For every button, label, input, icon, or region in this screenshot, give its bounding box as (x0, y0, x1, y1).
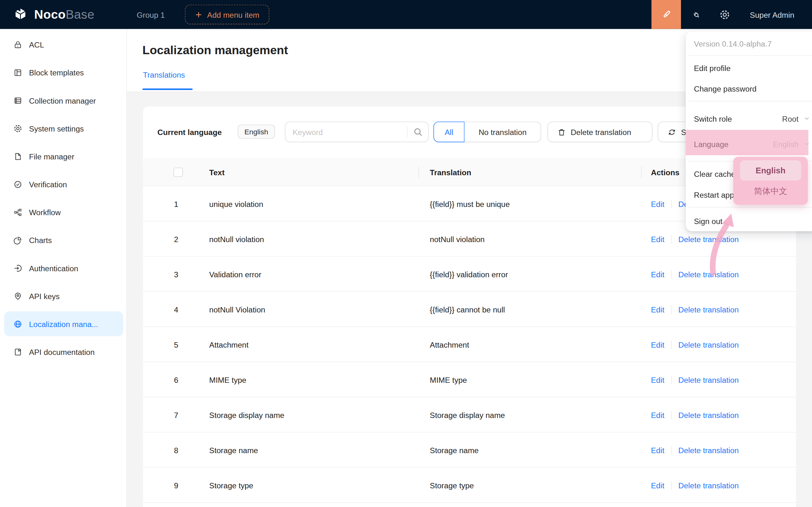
tab-translations[interactable]: Translations (143, 70, 185, 79)
plus-icon (195, 10, 202, 18)
sidebar-item-charts[interactable]: Charts (4, 228, 123, 252)
cell-translation: Attachment (430, 327, 469, 362)
menu-divider (689, 101, 812, 101)
delete-translation-link[interactable]: Delete translation (678, 270, 739, 279)
translation-filter-group: All No translation (434, 122, 542, 142)
cell-translation: Storage type (430, 468, 474, 503)
table-row: 8 Storage name Storage name EditDelete t… (143, 433, 796, 468)
menu-item-group1[interactable]: Group 1 (137, 0, 165, 29)
edit-link[interactable]: Edit (651, 305, 664, 314)
sidebar-item-localization-management[interactable]: Localization mana... (4, 312, 123, 336)
lock-icon (13, 40, 22, 49)
action-divider (671, 270, 672, 279)
header-separator (641, 167, 642, 178)
delete-translation-link[interactable]: Delete translation (678, 481, 739, 490)
cell-translation: Storage name (430, 433, 478, 468)
current-language-tag: English (238, 124, 275, 138)
brand-text: NocoBase (34, 7, 95, 22)
switch-role-value[interactable]: Root (782, 114, 799, 123)
edit-link[interactable]: Edit (651, 270, 664, 279)
edit-link[interactable]: Edit (651, 340, 664, 349)
pie-chart-icon (13, 236, 22, 245)
sidebar-item-authentication[interactable]: Authentication (4, 256, 123, 280)
delete-translation-link[interactable]: Delete translation (678, 375, 739, 384)
add-menu-item-button[interactable]: Add menu item (185, 5, 269, 24)
row-index: 3 (174, 257, 179, 292)
delete-translation-link[interactable]: Delete translation (678, 305, 739, 314)
cell-translation: {{field}} must be unique (430, 186, 510, 222)
system-settings-button[interactable] (716, 0, 733, 29)
action-divider (671, 446, 672, 455)
table-row: 6 MIME type MIME type EditDelete transla… (143, 362, 796, 397)
cell-translation: MIME type (430, 362, 467, 397)
plugin-manager-button[interactable] (687, 0, 705, 29)
sidebar-item-collection-manager[interactable]: Collection manager (4, 88, 123, 113)
submenu-option-simplified-chinese[interactable]: 简体中文 (740, 181, 801, 201)
edit-link[interactable]: Edit (651, 481, 664, 490)
user-menu-trigger[interactable]: Super Admin (750, 0, 794, 29)
cell-text: Storage display name (209, 397, 285, 433)
column-header-translation: Translation (430, 158, 471, 186)
ui-editor-button[interactable] (652, 0, 681, 29)
delete-translation-link[interactable]: Delete translation (678, 411, 739, 419)
sidebar-item-acl[interactable]: ACL (4, 32, 123, 57)
menu-item-switch-role[interactable]: Switch role Root (686, 108, 812, 129)
database-icon (13, 96, 22, 105)
delete-translation-link[interactable]: Delete translation (678, 234, 739, 243)
table-row: 3 Validation error {{field}} validation … (143, 257, 796, 292)
filter-all-option[interactable]: All (434, 122, 465, 142)
delete-translation-link[interactable]: Delete translation (678, 446, 739, 455)
row-index: 4 (174, 292, 179, 327)
menu-item-change-password[interactable]: Change password (686, 78, 812, 99)
cell-text: notNull violation (209, 222, 264, 257)
trash-icon (557, 127, 566, 136)
globe-icon (13, 320, 22, 328)
highlighter-brush-icon (660, 9, 672, 20)
delete-translation-link[interactable]: Delete translation (678, 340, 739, 349)
search-icon[interactable] (413, 127, 423, 137)
submenu-option-english[interactable]: English (740, 160, 801, 181)
edit-link[interactable]: Edit (651, 446, 664, 455)
menu-item-sign-out[interactable]: Sign out (686, 210, 812, 231)
edit-link[interactable]: Edit (651, 411, 664, 419)
page-title: Localization management (142, 43, 288, 57)
search-divider (407, 126, 408, 137)
edit-link[interactable]: Edit (651, 234, 664, 243)
row-index: 1 (174, 186, 179, 222)
menu-item-version: Version 0.14.0-alpha.7 (686, 33, 812, 54)
plug-icon (691, 9, 701, 20)
action-divider (671, 305, 672, 314)
cell-translation: {{field}} cannot be null (430, 292, 505, 327)
edit-link[interactable]: Edit (651, 375, 664, 384)
menu-item-edit-profile[interactable]: Edit profile (686, 57, 812, 78)
sidebar-item-api-documentation[interactable]: API documentation (4, 339, 123, 364)
row-index: 6 (174, 362, 179, 397)
sidebar-item-verification[interactable]: Verification (4, 172, 123, 196)
sidebar-item-workflow[interactable]: Workflow (4, 200, 123, 224)
delete-translation-button[interactable]: Delete translation (548, 122, 653, 142)
action-divider (671, 199, 672, 208)
filter-no-translation-option[interactable]: No translation (464, 122, 541, 142)
cell-text: notNull Violation (209, 292, 265, 327)
cell-text: unique violation (209, 186, 263, 222)
login-arrow-icon (13, 264, 22, 273)
app-viewport: NocoBase Group 1 Add menu item (0, 0, 812, 507)
chevron-down-icon (804, 115, 810, 122)
cell-text: Storage name (209, 433, 258, 468)
action-divider (671, 481, 672, 490)
file-icon (13, 152, 22, 161)
edit-link[interactable]: Edit (651, 199, 664, 208)
nocobase-logo[interactable]: NocoBase (13, 0, 95, 29)
cell-text: Validation error (209, 257, 261, 292)
sidebar-item-file-manager[interactable]: File manager (4, 144, 123, 169)
action-divider (671, 411, 672, 419)
action-divider (671, 340, 672, 349)
sidebar-item-block-templates[interactable]: Block templates (4, 60, 123, 84)
sidebar-item-api-keys[interactable]: API keys (4, 284, 123, 308)
keyword-input[interactable] (293, 123, 404, 141)
select-all-checkbox[interactable] (173, 168, 183, 177)
cell-translation: notNull violation (430, 222, 485, 257)
table-row: 5 Attachment Attachment EditDelete trans… (143, 327, 796, 362)
column-header-text: Text (209, 158, 225, 186)
sidebar-item-system-settings[interactable]: System settings (4, 116, 123, 141)
